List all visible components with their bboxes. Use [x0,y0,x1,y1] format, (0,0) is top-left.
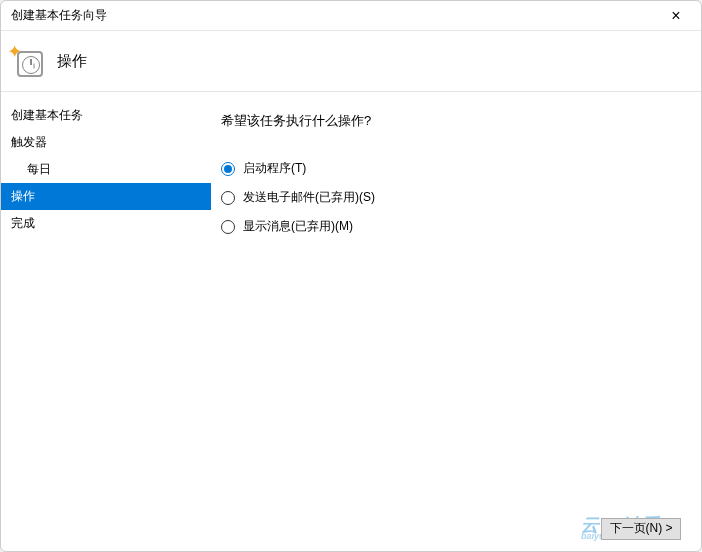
radio-label: 发送电子邮件(已弃用)(S) [243,189,375,206]
wizard-window: 创建基本任务向导 × ✦ 操作 创建基本任务 触发器 每日 操作 完成 希望该任… [0,0,702,552]
action-radio-group: 启动程序(T) 发送电子邮件(已弃用)(S) 显示消息(已弃用)(M) [221,160,691,235]
wizard-steps-sidebar: 创建基本任务 触发器 每日 操作 完成 [1,92,211,506]
sidebar-item-action[interactable]: 操作 [1,183,211,210]
radio-label: 显示消息(已弃用)(M) [243,218,353,235]
wizard-header: ✦ 操作 [1,31,701,91]
action-prompt: 希望该任务执行什么操作? [221,112,691,130]
wizard-body: 创建基本任务 触发器 每日 操作 完成 希望该任务执行什么操作? 启动程序(T)… [1,91,701,506]
wizard-content: 希望该任务执行什么操作? 启动程序(T) 发送电子邮件(已弃用)(S) 显示消息… [211,92,701,506]
wizard-footer: 云一键重 baiyunxi 下一页(N) > [1,506,701,551]
radio-icon [221,191,235,205]
radio-label: 启动程序(T) [243,160,306,177]
radio-start-program[interactable]: 启动程序(T) [221,160,691,177]
sidebar-item-create-task[interactable]: 创建基本任务 [1,102,211,129]
sidebar-item-finish[interactable]: 完成 [1,210,211,237]
radio-show-message[interactable]: 显示消息(已弃用)(M) [221,218,691,235]
radio-icon [221,220,235,234]
page-title: 操作 [57,52,87,71]
titlebar: 创建基本任务向导 × [1,1,701,31]
task-wizard-icon: ✦ [11,45,43,77]
radio-icon [221,162,235,176]
sidebar-item-daily[interactable]: 每日 [1,156,211,183]
window-title: 创建基本任务向导 [11,7,107,24]
close-button[interactable]: × [661,6,691,26]
radio-send-email[interactable]: 发送电子邮件(已弃用)(S) [221,189,691,206]
sidebar-item-trigger[interactable]: 触发器 [1,129,211,156]
next-button[interactable]: 下一页(N) > [601,518,681,540]
